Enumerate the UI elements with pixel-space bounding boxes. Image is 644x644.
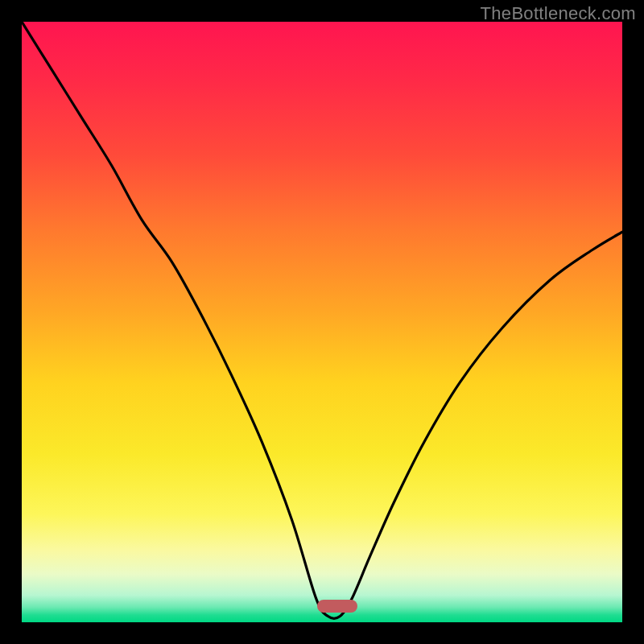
chart-frame: TheBottleneck.com [0, 0, 644, 644]
bottleneck-curve [22, 22, 622, 622]
plot-area [22, 22, 622, 622]
watermark-text: TheBottleneck.com [481, 3, 636, 24]
optimal-marker [317, 600, 357, 613]
